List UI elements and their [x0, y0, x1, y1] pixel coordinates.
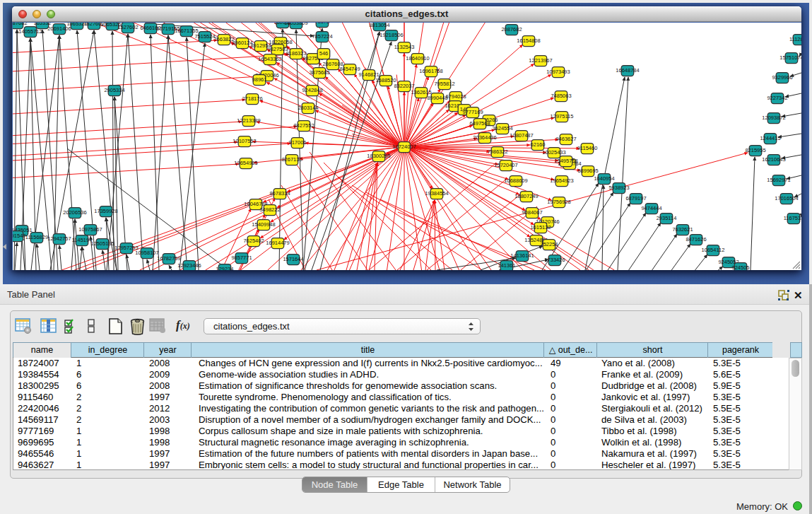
svg-text:19654923: 19654923: [550, 177, 573, 184]
svg-text:9463627: 9463627: [555, 136, 576, 142]
svg-text:19218506: 19218506: [379, 32, 403, 38]
svg-text:18300295: 18300295: [367, 153, 390, 159]
svg-text:1588520: 1588520: [375, 77, 396, 83]
svg-text:9827503: 9827503: [267, 46, 288, 52]
svg-text:7625402: 7625402: [243, 238, 264, 244]
svg-text:16154808: 16154808: [517, 37, 540, 44]
svg-text:16053809: 16053809: [284, 23, 307, 26]
svg-text:18640910: 18640910: [406, 55, 429, 62]
svg-text:1112843: 1112843: [789, 36, 801, 42]
svg-text:15409948: 15409948: [252, 221, 275, 228]
svg-text:12213389: 12213389: [237, 117, 260, 124]
svg-text:10973493: 10973493: [546, 69, 570, 75]
svg-text:7485063: 7485063: [551, 93, 571, 99]
svg-text:12213967: 12213967: [529, 57, 552, 64]
svg-text:9777169: 9777169: [462, 109, 483, 115]
svg-text:5938923: 5938923: [608, 185, 629, 191]
svg-text:62160: 62160: [531, 141, 546, 148]
svg-text:12923446: 12923446: [177, 262, 201, 269]
svg-text:20364436: 20364436: [473, 134, 496, 141]
svg-text:12942757: 12942757: [47, 235, 71, 242]
svg-text:1640954: 1640954: [594, 175, 614, 182]
svg-text:17016504: 17016504: [775, 195, 798, 201]
svg-text:8813054: 8813054: [369, 23, 389, 28]
svg-text:1145194: 1145194: [72, 237, 93, 243]
svg-text:2087682: 2087682: [501, 26, 522, 33]
svg-text:9115460: 9115460: [577, 145, 598, 151]
svg-text:2935114: 2935114: [657, 215, 677, 221]
svg-text:17359928: 17359928: [94, 208, 117, 214]
svg-text:1132543: 1132543: [394, 44, 415, 50]
svg-text:3875685: 3875685: [309, 69, 329, 76]
svg-text:7515524: 7515524: [194, 33, 215, 40]
svg-text:917006: 917006: [288, 139, 306, 146]
svg-text:7857224: 7857224: [312, 33, 332, 40]
svg-text:8215955: 8215955: [745, 147, 765, 153]
svg-text:6899695: 6899695: [577, 168, 598, 174]
svg-text:11156829: 11156829: [25, 234, 48, 240]
svg-text:10107553: 10107553: [233, 138, 256, 144]
svg-text:20206536: 20206536: [63, 209, 86, 216]
svg-text:12975115: 12975115: [551, 113, 574, 119]
svg-text:98961: 98961: [252, 76, 267, 83]
svg-text:6794028: 6794028: [445, 93, 466, 100]
svg-text:2803144: 2803144: [298, 105, 318, 111]
svg-text:15751074: 15751074: [779, 54, 801, 61]
svg-text:1244415: 1244415: [760, 135, 780, 141]
svg-text:18724007: 18724007: [392, 144, 416, 150]
svg-text:12505135: 12505135: [90, 240, 114, 247]
svg-text:14136141: 14136141: [510, 252, 534, 259]
svg-text:19654985: 19654985: [234, 160, 257, 166]
svg-text:1615132: 1615132: [530, 224, 551, 230]
svg-text:16648784: 16648784: [616, 67, 639, 74]
svg-text:14055712: 14055712: [18, 28, 42, 35]
svg-text:10688609: 10688609: [504, 177, 527, 184]
svg-text:8322037: 8322037: [394, 83, 414, 89]
svg-text:7632621: 7632621: [672, 226, 693, 233]
svg-text:8471626: 8471626: [686, 236, 706, 243]
svg-text:8678334: 8678334: [269, 190, 290, 197]
svg-text:9857771: 9857771: [231, 255, 252, 261]
svg-text:1733426: 1733426: [544, 257, 565, 263]
svg-text:7955812: 7955812: [434, 81, 454, 87]
svg-text:16543362: 16543362: [258, 56, 281, 62]
svg-text:10975867: 10975867: [78, 226, 102, 233]
svg-text:15692971: 15692971: [767, 177, 790, 183]
svg-text:2718176: 2718176: [242, 95, 262, 102]
svg-text:9474444: 9474444: [641, 205, 661, 211]
svg-text:8960124: 8960124: [232, 40, 252, 46]
svg-text:1571644: 1571644: [283, 256, 303, 262]
svg-text:15720407: 15720407: [494, 162, 517, 168]
svg-text:16210643: 16210643: [762, 156, 785, 163]
svg-text:78572: 78572: [315, 23, 330, 25]
svg-text:546: 546: [319, 50, 329, 57]
svg-text:8427552: 8427552: [293, 122, 314, 129]
svg-text:10025433: 10025433: [542, 149, 565, 156]
svg-text:6879197: 6879197: [625, 195, 646, 201]
svg-text:924505: 924505: [731, 264, 749, 270]
svg-text:19384554: 19384554: [425, 190, 448, 197]
svg-text:2087682: 2087682: [13, 23, 28, 26]
svg-text:16782759: 16782759: [157, 255, 180, 262]
svg-text:7663822: 7663822: [213, 36, 234, 42]
svg-text:9242848: 9242848: [302, 87, 322, 93]
svg-text:9084067: 9084067: [522, 209, 542, 216]
svg-text:16914479: 16914479: [266, 240, 289, 246]
svg-text:141361: 141361: [498, 262, 515, 269]
svg-text:252254: 252254: [540, 241, 558, 247]
svg-text:9227342: 9227342: [767, 95, 787, 101]
svg-text:1167533: 1167533: [784, 215, 801, 221]
svg-text:1527602: 1527602: [117, 24, 138, 30]
svg-text:9329966: 9329966: [772, 74, 792, 81]
svg-text:3498222: 3498222: [259, 206, 280, 213]
svg-text:991547: 991547: [13, 233, 26, 239]
svg-text:10807487: 10807487: [510, 132, 533, 139]
svg-text:10958107: 10958107: [135, 250, 158, 256]
svg-text:16961758: 16961758: [419, 68, 442, 74]
svg-text:19756928: 19756928: [547, 199, 570, 205]
svg-text:2905334: 2905334: [104, 87, 124, 93]
svg-text:8990448: 8990448: [427, 95, 447, 101]
svg-text:129234: 129234: [216, 266, 233, 270]
svg-text:8454749: 8454749: [339, 66, 360, 72]
svg-text:8267130: 8267130: [281, 156, 302, 163]
